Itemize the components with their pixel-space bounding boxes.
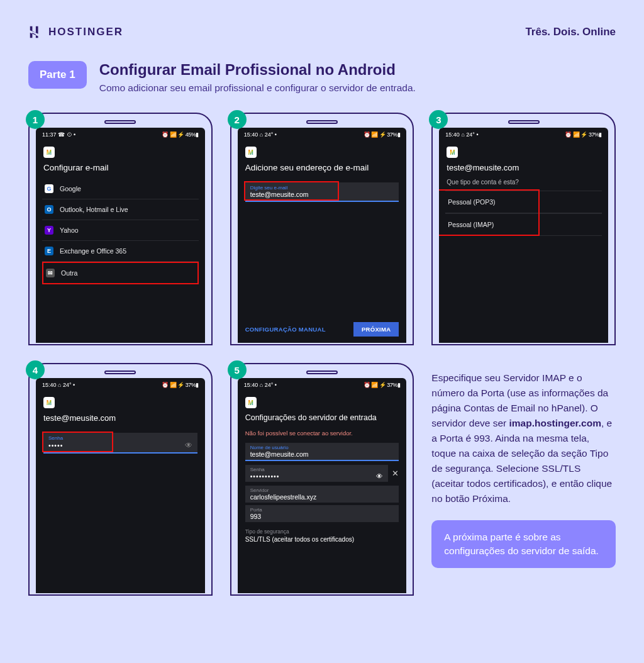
field-value: teste@meusite.com: [250, 191, 394, 198]
field-label: Nome de usuário: [250, 445, 394, 450]
provider-yahoo[interactable]: YYahoo: [42, 220, 199, 241]
step-badge: 4: [26, 360, 45, 379]
phone-screen: 11:37 ☎ ⏲ • ⏰ 📶 ⚡ 45%▮ M Configurar e-ma…: [36, 128, 205, 343]
field-value: •••••: [48, 442, 63, 449]
gmail-icon: M: [447, 147, 458, 158]
status-left-icons: ⌂ 24° •: [260, 131, 277, 138]
step-badge: 5: [228, 360, 247, 379]
account-type-pop3[interactable]: Pessoal (POP3): [445, 191, 602, 213]
step-1: 1 11:37 ☎ ⏲ • ⏰ 📶 ⚡ 45%▮ M Configurar e-…: [28, 113, 213, 345]
phone-frame: 15:40 ⌂ 24° • ⏰ 📶 ⚡ 37%▮ M Configurações…: [230, 363, 414, 596]
phone-frame: 15:40 ⌂ 24° • ⏰ 📶 ⚡ 37%▮ M teste@meusite…: [28, 363, 213, 596]
field-label: Senha: [48, 435, 192, 441]
clear-icon[interactable]: ✕: [392, 469, 399, 478]
phone-screen: 15:40 ⌂ 24° • ⏰ 📶 ⚡ 37%▮ M Adicione seu …: [238, 128, 407, 343]
screen-heading: Configurar e-mail: [36, 162, 205, 179]
screen-heading: teste@meusite.com: [439, 162, 608, 179]
infographic-page: HOSTINGER Três. Dois. Online Parte 1 Con…: [0, 0, 644, 615]
field-value: teste@meusite.com: [250, 450, 394, 458]
phone-screen: 15:40 ⌂ 24° • ⏰ 📶 ⚡ 37%▮ M Configurações…: [238, 378, 407, 593]
status-left-icons: ⌂ 24° •: [461, 131, 478, 138]
phone-frame: 15:40 ⌂ 24° • ⏰ 📶 ⚡ 37%▮ M Adicione seu …: [230, 113, 414, 345]
status-right-icons: ⏰ 📶 ⚡ 37%▮: [565, 131, 602, 138]
status-time: 15:40: [244, 131, 258, 138]
status-bar: 15:40 ⌂ 24° • ⏰ 📶 ⚡ 37%▮: [439, 128, 608, 140]
step-3: 3 15:40 ⌂ 24° • ⏰ 📶 ⚡ 37%▮ M teste@meusi…: [431, 113, 616, 345]
status-left-icons: ☎ ⏲ •: [58, 131, 75, 138]
provider-other[interactable]: ✉Outra: [42, 262, 199, 284]
eye-icon[interactable]: 👁: [376, 472, 383, 480]
phone-speaker: [306, 120, 338, 124]
step-badge: 1: [26, 110, 45, 129]
provider-outlook[interactable]: OOutlook, Hotmail e Live: [42, 199, 199, 220]
instructions-block: Especifique seu Servidor IMAP e o número…: [431, 363, 616, 596]
password-input[interactable]: Senha •••••👁: [43, 433, 197, 454]
status-right-icons: ⏰ 📶 ⚡ 37%▮: [162, 382, 199, 388]
status-time: 15:40: [244, 382, 258, 388]
status-bar: 15:40 ⌂ 24° • ⏰ 📶 ⚡ 37%▮: [36, 378, 205, 391]
provider-exchange[interactable]: EExchange e Office 365: [42, 241, 199, 262]
field-label: Servidor: [250, 488, 394, 493]
phone-speaker: [104, 120, 136, 124]
phone-speaker: [508, 120, 540, 124]
error-message: Não foi possível se conectar ao servidor…: [238, 430, 407, 440]
field-value: ••••••••••: [250, 472, 280, 480]
status-left-icons: ⌂ 24° •: [260, 382, 277, 388]
account-type-list: Pessoal (POP3) Pessoal (IMAP): [439, 191, 608, 236]
phone-frame: 11:37 ☎ ⏲ • ⏰ 📶 ⚡ 45%▮ M Configurar e-ma…: [28, 113, 213, 345]
status-bar: 15:40 ⌂ 24° • ⏰ 📶 ⚡ 37%▮: [238, 128, 407, 140]
screen-heading: Adicione seu endereço de e-mail: [238, 162, 407, 179]
username-input[interactable]: Nome de usuário teste@meusite.com: [245, 443, 399, 461]
security-type-label: Tipo de segurança: [238, 523, 407, 536]
brand-name: HOSTINGER: [48, 26, 123, 38]
status-time: 11:37: [42, 131, 57, 138]
phone-screen: 15:40 ⌂ 24° • ⏰ 📶 ⚡ 37%▮ M teste@meusite…: [36, 378, 205, 593]
phone-speaker: [306, 370, 338, 374]
field-label: Digite seu e-mail: [250, 185, 394, 191]
account-type-question: Que tipo de conta é esta?: [439, 179, 608, 191]
status-right-icons: ⏰ 📶 ⚡ 37%▮: [364, 131, 401, 138]
steps-grid: 1 11:37 ☎ ⏲ • ⏰ 📶 ⚡ 45%▮ M Configurar e-…: [28, 113, 616, 596]
status-time: 15:40: [445, 131, 460, 138]
next-part-callout: A próxima parte é sobre as configurações…: [431, 520, 616, 567]
status-right-icons: ⏰ 📶 ⚡ 45%▮: [162, 131, 199, 138]
status-right-icons: ⏰ 📶 ⚡ 37%▮: [364, 382, 401, 388]
header: HOSTINGER Três. Dois. Online: [28, 25, 616, 39]
field-value: carlosfelipeestrella.xyz: [250, 493, 394, 501]
field-value: 993: [250, 513, 394, 520]
phone-frame: 15:40 ⌂ 24° • ⏰ 📶 ⚡ 37%▮ M teste@meusite…: [431, 113, 616, 345]
part-badge: Parte 1: [28, 61, 87, 89]
status-time: 15:40: [42, 382, 57, 388]
brand-logo: HOSTINGER: [28, 25, 123, 39]
phone-screen: 15:40 ⌂ 24° • ⏰ 📶 ⚡ 37%▮ M teste@meusite…: [439, 128, 608, 343]
security-type-value[interactable]: SSL/TLS (aceitar todos os certificados): [238, 536, 407, 543]
page-subtitle: Como adicionar seu email profissional e …: [99, 82, 416, 94]
page-title: Configurar Email Profissional no Android: [99, 61, 416, 79]
screen-heading: teste@meusite.com: [36, 412, 205, 429]
instructions-text: Especifique seu Servidor IMAP e o número…: [431, 363, 616, 506]
email-provider-list: GGoogle OOutlook, Hotmail e Live YYahoo …: [36, 179, 205, 284]
step-5: 5 15:40 ⌂ 24° • ⏰ 📶 ⚡ 37%▮ M Configuraçõ…: [230, 363, 414, 596]
gmail-icon: M: [43, 147, 55, 158]
account-type-imap[interactable]: Pessoal (IMAP): [445, 213, 602, 236]
step-2: 2 15:40 ⌂ 24° • ⏰ 📶 ⚡ 37%▮ M Adicione se…: [230, 113, 414, 345]
port-input[interactable]: Porta 993: [245, 505, 399, 522]
field-label: Senha: [250, 467, 384, 472]
password-input[interactable]: Senha ••••••••••👁: [245, 465, 389, 482]
gmail-icon: M: [43, 397, 55, 408]
provider-google[interactable]: GGoogle: [42, 179, 199, 199]
eye-icon[interactable]: 👁: [185, 441, 192, 450]
step-4: 4 15:40 ⌂ 24° • ⏰ 📶 ⚡ 37%▮ M teste@meusi…: [28, 363, 213, 596]
next-button[interactable]: PRÓXIMA: [353, 322, 399, 337]
step-badge: 2: [228, 110, 247, 129]
gmail-icon: M: [245, 147, 257, 158]
gmail-icon: M: [245, 397, 257, 408]
manual-config-link[interactable]: CONFIGURAÇÃO MANUAL: [245, 326, 326, 333]
bottom-actions: CONFIGURAÇÃO MANUAL PRÓXIMA: [238, 322, 407, 337]
status-bar: 11:37 ☎ ⏲ • ⏰ 📶 ⚡ 45%▮: [36, 128, 205, 140]
server-input[interactable]: Servidor carlosfelipeestrella.xyz: [245, 486, 399, 503]
hostinger-logo-icon: [28, 25, 42, 39]
email-input[interactable]: Digite seu e-mail teste@meusite.com: [245, 182, 399, 202]
title-row: Parte 1 Configurar Email Profissional no…: [28, 61, 616, 94]
status-bar: 15:40 ⌂ 24° • ⏰ 📶 ⚡ 37%▮: [238, 378, 407, 391]
